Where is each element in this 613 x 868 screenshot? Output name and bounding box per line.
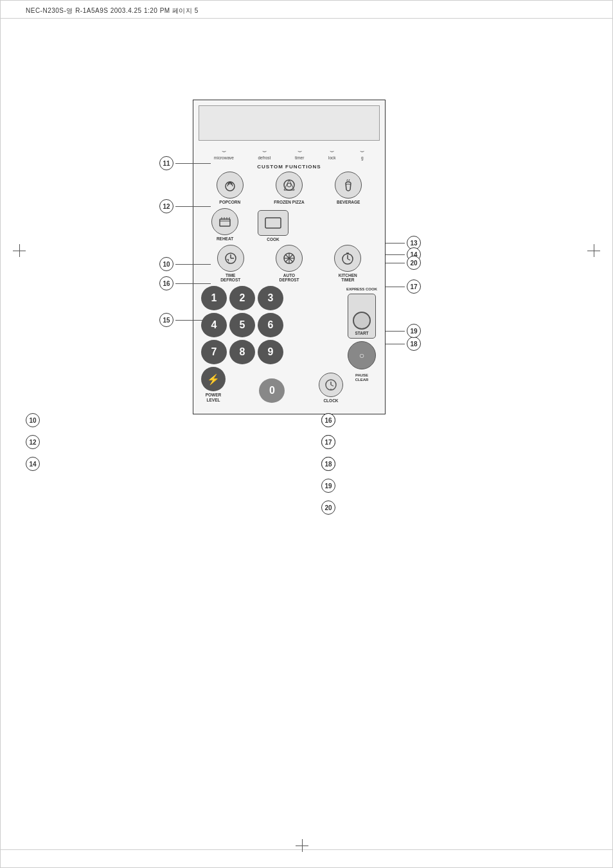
callout-10-line bbox=[175, 264, 211, 265]
callout-18-line bbox=[386, 344, 405, 344]
legend-section: 10 11 12 13 14 15 bbox=[26, 411, 591, 473]
legend-item-17: 17 bbox=[321, 433, 339, 451]
beverage-label: BEVERAGE bbox=[337, 200, 360, 205]
num-8-button[interactable]: 8 bbox=[229, 340, 255, 364]
microwave-icon: ⌣ bbox=[222, 146, 226, 155]
lock-indicator-icon: ⌣ bbox=[330, 146, 334, 155]
beverage-button[interactable]: BEVERAGE bbox=[335, 172, 362, 205]
timer-indicator-label: timer bbox=[295, 155, 304, 160]
kitchen-timer-label: KITCHEN TIMER bbox=[339, 273, 357, 283]
reheat-icon bbox=[211, 208, 238, 235]
crossmark-right bbox=[587, 244, 600, 257]
popcorn-button[interactable]: POPCORN bbox=[217, 172, 244, 205]
svg-rect-6 bbox=[220, 219, 230, 226]
reheat-button[interactable]: REHEAT bbox=[211, 208, 238, 242]
row-top-functions: POPCORN FROZEN PIZZA BEVERA bbox=[199, 172, 380, 205]
numpad-area: 1 2 3 4 5 6 7 8 9 ⚡ PO bbox=[199, 286, 380, 405]
auto-defrost-button[interactable]: AUTO DEFROST bbox=[276, 245, 303, 283]
microwave-label: microwave bbox=[214, 155, 234, 160]
callout-19-circle: 19 bbox=[407, 324, 421, 338]
svg-point-5 bbox=[287, 183, 291, 187]
callout-12: 12 bbox=[159, 199, 211, 213]
popcorn-label: POPCORN bbox=[219, 200, 240, 205]
indicator-row: ⌣ microwave ⌣ defrost ⌣ timer ⌣ lock ⌣ g bbox=[199, 145, 380, 162]
svg-rect-7 bbox=[265, 218, 281, 228]
power-level-icon: ⚡ bbox=[201, 367, 226, 391]
indicator-timer: ⌣ timer bbox=[295, 146, 304, 160]
start-button[interactable]: START bbox=[348, 294, 376, 339]
callout-11-circle: 11 bbox=[159, 156, 173, 170]
time-defrost-icon: ✳ bbox=[217, 245, 244, 272]
legend-item-12: 12 bbox=[26, 433, 296, 451]
legend-right-grid: 16 17 18 19 20 bbox=[321, 411, 339, 517]
pause-clear-label: PAUSE CLEAR bbox=[355, 373, 369, 382]
timer-indicator-icon: ⌣ bbox=[298, 146, 302, 155]
indicator-microwave: ⌣ microwave bbox=[214, 146, 234, 160]
g-indicator-icon: ⌣ bbox=[360, 146, 364, 155]
kitchen-timer-button[interactable]: KITCHEN TIMER bbox=[334, 245, 361, 283]
num-row-2: 4 5 6 bbox=[201, 313, 343, 337]
callout-11: 11 bbox=[159, 156, 211, 170]
indicator-lock: ⌣ lock bbox=[328, 146, 336, 160]
legend-14-circle: 14 bbox=[26, 457, 40, 471]
start-label: START bbox=[355, 331, 368, 335]
cook-label: COOK bbox=[267, 237, 280, 242]
auto-defrost-icon bbox=[276, 245, 303, 272]
clock-icon bbox=[319, 373, 343, 397]
callout-17-circle: 17 bbox=[407, 279, 421, 294]
callout-19: 19 bbox=[386, 324, 421, 338]
custom-functions-label: CUSTOM FUNCTIONS bbox=[199, 164, 380, 170]
callout-11-line bbox=[175, 163, 211, 164]
legend-16-circle: 16 bbox=[321, 413, 335, 427]
legend-grid: 10 11 12 13 14 15 bbox=[26, 411, 591, 473]
num-row-bottom: ⚡ POWERLEVEL 0 CLOCK bbox=[201, 367, 343, 403]
svg-point-3 bbox=[229, 182, 231, 184]
legend-19-circle: 19 bbox=[321, 479, 335, 493]
num-2-button[interactable]: 2 bbox=[229, 286, 255, 310]
num-3-button[interactable]: 3 bbox=[258, 286, 283, 310]
callout-15-circle: 15 bbox=[159, 313, 173, 327]
pause-clear-button[interactable]: ○ bbox=[348, 341, 376, 369]
clock-button[interactable]: CLOCK bbox=[319, 373, 343, 403]
start-icon bbox=[353, 312, 371, 330]
callout-13-line bbox=[386, 243, 405, 244]
legend-item-18: 18 bbox=[321, 455, 339, 473]
lock-indicator-label: lock bbox=[328, 155, 336, 160]
num-6-button[interactable]: 6 bbox=[258, 313, 283, 337]
callout-15-line bbox=[175, 320, 211, 321]
num-row-1: 1 2 3 bbox=[201, 286, 343, 310]
row-reheat-cook: REHEAT COOK bbox=[199, 208, 380, 242]
callout-20: 20 bbox=[386, 256, 421, 270]
legend-item-10: 10 bbox=[26, 411, 296, 429]
defrost-indicator-icon: ⌣ bbox=[262, 146, 267, 155]
time-defrost-button[interactable]: ✳ TIME DEFROST bbox=[217, 245, 244, 283]
svg-point-4 bbox=[284, 180, 294, 190]
num-5-button[interactable]: 5 bbox=[229, 313, 255, 337]
cook-button[interactable]: COOK bbox=[258, 210, 289, 242]
defrost-indicator-label: defrost bbox=[258, 155, 271, 160]
power-level-button[interactable]: ⚡ POWERLEVEL bbox=[201, 367, 226, 403]
legend-item-19: 19 bbox=[321, 477, 339, 495]
callout-10: 10 bbox=[159, 257, 211, 271]
callout-12-circle: 12 bbox=[159, 199, 173, 213]
legend-item-14: 14 bbox=[26, 455, 296, 473]
legend-10-circle: 10 bbox=[26, 413, 40, 427]
frozen-pizza-button[interactable]: FROZEN PIZZA bbox=[274, 172, 304, 205]
num-0-button[interactable]: 0 bbox=[259, 378, 285, 403]
row-defrost: ✳ TIME DEFROST AUTO DEFROST bbox=[199, 245, 380, 283]
frozen-pizza-label: FROZEN PIZZA bbox=[274, 200, 304, 205]
num-7-button[interactable]: 7 bbox=[201, 340, 227, 364]
power-level-label: POWERLEVEL bbox=[206, 393, 222, 403]
num-row-3: 7 8 9 bbox=[201, 340, 343, 364]
time-defrost-label: TIME DEFROST bbox=[220, 273, 240, 283]
callout-10-circle: 10 bbox=[159, 257, 173, 271]
page-header: NEC-N230S-영 R-1A5A9S 2003.4.25 1:20 PM 페… bbox=[26, 6, 199, 15]
clock-label: CLOCK bbox=[323, 398, 338, 403]
callout-19-line bbox=[386, 331, 405, 332]
callout-16-circle: 16 bbox=[159, 276, 173, 290]
legend-item-11: 11 bbox=[321, 411, 591, 429]
callout-16-line bbox=[175, 283, 211, 284]
callout-14-line bbox=[386, 254, 405, 255]
num-9-button[interactable]: 9 bbox=[258, 340, 283, 364]
callout-17: 17 bbox=[386, 279, 421, 294]
